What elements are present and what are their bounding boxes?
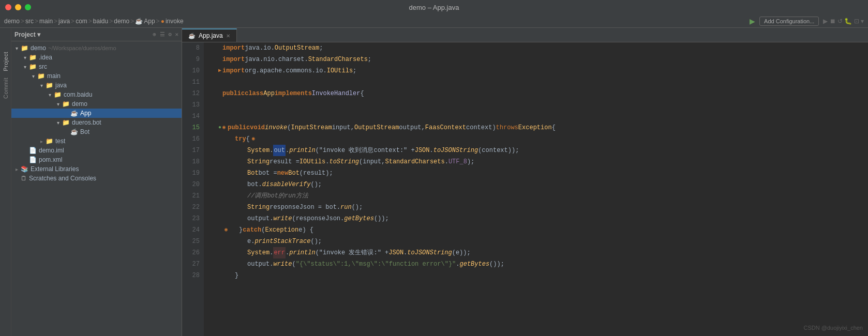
panel-icons: ⊕ ☰ ⚙ ✕ bbox=[153, 31, 178, 38]
tree-item-src[interactable]: ▾ 📁 src bbox=[11, 62, 182, 71]
folder-icon-test: 📁 bbox=[46, 138, 53, 145]
tree-item-combaidu[interactable]: ▾ 📁 com.baidu bbox=[11, 90, 182, 99]
folder-icon-demo-sub: 📁 bbox=[62, 100, 70, 108]
folder-icon-java: 📁 bbox=[46, 82, 53, 89]
green-indicator-15: ● bbox=[218, 122, 221, 133]
commit-label[interactable]: Commit bbox=[2, 74, 10, 102]
window-controls[interactable] bbox=[5, 4, 31, 10]
tree-item-scratches[interactable]: ▸ 🗒 Scratches and Consoles bbox=[11, 174, 182, 183]
tree-item-java[interactable]: ▾ 📁 java bbox=[11, 81, 182, 90]
breadcrumb-app[interactable]: App bbox=[144, 18, 155, 25]
project-label[interactable]: Project bbox=[2, 49, 10, 74]
breadcrumb-baidu[interactable]: baidu bbox=[93, 18, 108, 25]
project-panel: Project ▾ ⊕ ☰ ⚙ ✕ ▾ 📁 demo ~/Workspace/d… bbox=[11, 28, 182, 336]
tree-item-demoitml[interactable]: ▸ 📄 demo.iml bbox=[11, 146, 182, 155]
code-line-25: e.printStackTrace(); bbox=[208, 236, 864, 247]
arrow-demo: ▾ bbox=[13, 45, 20, 51]
tree-item-main[interactable]: ▾ 📁 main bbox=[11, 71, 182, 81]
code-line-18: String result = IOUtils.toString(input, … bbox=[208, 156, 864, 167]
code-line-24: ◉ } catch (Exception e) { bbox=[208, 224, 864, 236]
tree-label-demoiml: demo.iml bbox=[39, 147, 64, 154]
window-title: demo – App.java bbox=[409, 4, 459, 11]
tree-label-bot: Bot bbox=[80, 128, 89, 135]
bookmark-icon-16: ◉ bbox=[252, 133, 255, 145]
code-editor[interactable]: 8 9 10 11 12 13 14 15 16 17 18 19 20 21 … bbox=[182, 42, 868, 336]
arrow-demo-sub: ▾ bbox=[55, 101, 61, 107]
tree-item-app[interactable]: ▸ ☕ App bbox=[11, 109, 182, 118]
code-line-14 bbox=[208, 111, 864, 122]
breadcrumb-invoke-icon: ● bbox=[161, 18, 164, 25]
tree-label-demo-sub: demo bbox=[72, 100, 87, 108]
code-line-9: import java.nio.charset.StandardCharsets… bbox=[208, 54, 864, 65]
tree-label-extlibs: External Libraries bbox=[31, 165, 79, 173]
breadcrumb-demo2[interactable]: demo bbox=[114, 18, 129, 25]
code-line-21: //调用bot的run方法 bbox=[208, 190, 864, 202]
tab-java-icon: ☕ bbox=[188, 33, 196, 39]
tree-label-src: src bbox=[39, 63, 47, 70]
tree-item-bot[interactable]: ▸ ☕ Bot bbox=[11, 127, 182, 136]
minimize-button[interactable] bbox=[15, 4, 21, 10]
file-icon-demoiml: 📄 bbox=[29, 147, 37, 154]
code-line-26: System.err.println("invoke 发生错误:" + JSON… bbox=[208, 247, 864, 258]
panel-header: Project ▾ ⊕ ☰ ⚙ ✕ bbox=[11, 28, 182, 41]
tree-label-pomxml: pom.xml bbox=[39, 156, 62, 163]
bookmark-icon-24: ◉ bbox=[225, 224, 228, 236]
main-layout: Project Commit Project ▾ ⊕ ☰ ⚙ ✕ ▾ 📁 dem… bbox=[0, 28, 868, 336]
tree-item-test[interactable]: ▸ 📁 test bbox=[11, 136, 182, 146]
tree-label-demo: demo bbox=[31, 44, 46, 52]
arrow-main: ▾ bbox=[30, 73, 36, 79]
run-controls: ▶ ⏹ ↺ 🐛 ⊡ ▾ bbox=[823, 18, 864, 25]
code-line-13 bbox=[208, 99, 864, 111]
tab-label: App.java bbox=[199, 32, 223, 39]
arrow-test: ▸ bbox=[38, 139, 44, 144]
tree-label-duerobot: dueros.bot bbox=[72, 119, 101, 126]
code-line-16: try { ◉ bbox=[208, 133, 864, 145]
breadcrumb-invoke[interactable]: invoke bbox=[166, 18, 184, 25]
code-line-15: ● ◉ public void invoke(InputStream input… bbox=[208, 122, 864, 133]
code-line-17: System.out.println("invoke 收到消息context:"… bbox=[208, 145, 864, 156]
tree-item-duerobot[interactable]: ▾ 📁 dueros.bot bbox=[11, 118, 182, 127]
breadcrumb-demo[interactable]: demo bbox=[4, 18, 20, 25]
arrow-java: ▾ bbox=[38, 83, 44, 88]
tree-label-java: java bbox=[55, 82, 67, 89]
code-line-8: import java.io.OutputStream; bbox=[208, 42, 864, 54]
folder-icon-scratches: 🗒 bbox=[21, 175, 27, 182]
tree-item-demo[interactable]: ▾ 📁 demo ~/Workspace/dueros/demo bbox=[11, 43, 182, 53]
code-line-12: public class App implements InvokeHandle… bbox=[208, 88, 864, 99]
breadcrumb-com[interactable]: com bbox=[76, 18, 87, 25]
tab-close-icon[interactable]: ✕ bbox=[226, 33, 230, 39]
breadcrumb-app-icon: ☕ bbox=[135, 18, 143, 25]
breadcrumb-src[interactable]: src bbox=[25, 18, 34, 25]
code-line-22: String responseJson = bot.run(); bbox=[208, 202, 864, 213]
breadcrumb-java[interactable]: java bbox=[58, 18, 70, 25]
editor-area: ☕ App.java ✕ 8 9 10 11 12 13 14 15 16 17… bbox=[182, 28, 868, 336]
tree-label-combaidu: com.baidu bbox=[64, 91, 92, 98]
tree-item-idea[interactable]: ▾ 📁 .idea bbox=[11, 53, 182, 62]
tree-item-demo-sub[interactable]: ▾ 📁 demo bbox=[11, 99, 182, 109]
breadcrumb-main[interactable]: main bbox=[39, 18, 53, 25]
file-tree: ▾ 📁 demo ~/Workspace/dueros/demo ▾ 📁 .id… bbox=[11, 41, 182, 336]
add-configuration-button[interactable]: Add Configuration... bbox=[759, 17, 819, 26]
folder-icon-extlibs: 📚 bbox=[21, 165, 28, 173]
bookmark-icon-15: ◉ bbox=[222, 122, 226, 133]
folder-icon-duerobot: 📁 bbox=[62, 119, 70, 126]
tree-label-main: main bbox=[47, 72, 61, 80]
folder-icon-idea: 📁 bbox=[29, 54, 37, 61]
line-numbers: 8 9 10 11 12 13 14 15 16 17 18 19 20 21 … bbox=[182, 42, 204, 336]
folder-icon-combaidu: 📁 bbox=[54, 91, 62, 98]
close-button[interactable] bbox=[5, 4, 11, 10]
arrow-src: ▾ bbox=[22, 64, 28, 70]
arrow-combaidu: ▾ bbox=[47, 92, 53, 98]
code-line-10: ▶ import org.apache.commons.io.IOUtils; bbox=[208, 65, 864, 77]
tree-item-extlibs[interactable]: ▸ 📚 External Libraries bbox=[11, 164, 182, 174]
maximize-button[interactable] bbox=[25, 4, 31, 10]
run-icon[interactable]: ▶ bbox=[750, 17, 755, 25]
code-line-11 bbox=[208, 77, 864, 88]
titlebar: demo – App.java bbox=[0, 0, 868, 14]
arrow-extlibs: ▸ bbox=[13, 166, 20, 172]
toolbar-right: ▶ Add Configuration... ▶ ⏹ ↺ 🐛 ⊡ ▾ bbox=[750, 17, 864, 26]
tab-appjava[interactable]: ☕ App.java ✕ bbox=[182, 28, 237, 42]
code-line-19: Bot bot = new Bot(result); bbox=[208, 167, 864, 179]
tree-item-pomxml[interactable]: ▸ 📄 pom.xml bbox=[11, 155, 182, 164]
folder-icon-main: 📁 bbox=[37, 72, 45, 80]
